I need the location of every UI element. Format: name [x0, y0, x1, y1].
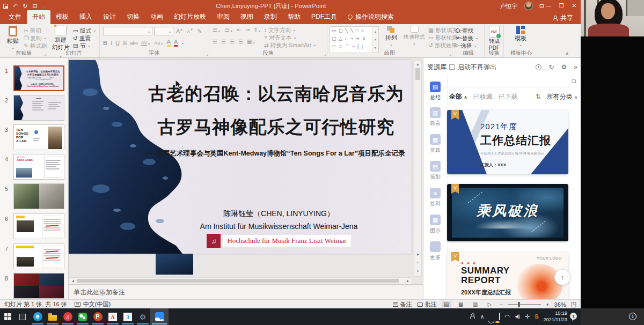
sogou-icon[interactable]: S	[535, 308, 538, 325]
justify-button[interactable]: ☰	[238, 39, 243, 45]
underline-button[interactable]: U	[115, 40, 120, 46]
format-painter-button[interactable]: ✎格式刷	[24, 42, 47, 49]
slide-thumbnail-4[interactable]: 制作人介绍 Ariel Chan	[13, 154, 64, 180]
section-button[interactable]: ▤节⌄	[73, 42, 97, 49]
slide-thumbnail-5[interactable]	[13, 183, 64, 209]
slide-institute[interactable]: Am Institut für Musikwissenschaft Weimar…	[149, 222, 408, 231]
italic-button[interactable]: I	[111, 40, 112, 46]
line-spacing-button[interactable]: ⇕⌄	[253, 27, 261, 33]
char-spacing-button[interactable]: AV⌄	[141, 40, 151, 46]
template-card-3[interactable]: V YOUR LOGO ● ● ● SUMMARYREPORT 20XX年度总结…	[447, 252, 568, 299]
slide-title-line2[interactable]: 古罗马神像配乐之可行性研究	[144, 118, 408, 136]
tab-slideshow[interactable]: 幻灯片放映	[169, 10, 211, 24]
align-right-button[interactable]: ☰	[230, 39, 235, 45]
smartart-button[interactable]: ⇄转换为 SmartArt⌄	[264, 41, 316, 49]
category-education[interactable]: ▥教育	[423, 107, 447, 127]
slide-title-line1[interactable]: 古老的召唤：以云南哈尼音乐为	[144, 85, 408, 102]
customize-qat-icon[interactable]: ⌄	[42, 3, 47, 9]
tab-pdf-tools[interactable]: PDF工具	[306, 10, 342, 24]
clipboard-dialog-launcher[interactable]: ⌟	[44, 51, 46, 56]
slide-thumbnail-8[interactable]	[13, 273, 64, 299]
category-defense[interactable]: ≡答辩	[423, 188, 447, 208]
cut-button[interactable]: ✂剪切	[24, 27, 47, 34]
tab-help[interactable]: 帮助	[282, 10, 306, 24]
taskbar-settings[interactable]: ⚙	[135, 308, 150, 325]
vertical-scroll-thumb[interactable]	[415, 68, 420, 80]
people-tray-icon[interactable]	[470, 313, 475, 319]
decrease-indent-button[interactable]: ⇤	[237, 27, 241, 33]
horizontal-scroll-thumb[interactable]	[77, 279, 399, 283]
volume-icon[interactable]: ◀)	[515, 308, 520, 325]
tab-view[interactable]: 视图	[235, 10, 259, 24]
horizontal-scrollbar[interactable]: ◂ ▸	[69, 277, 412, 284]
font-name-select[interactable]: ⌄	[103, 27, 152, 35]
layout-button[interactable]: ▭版式⌄	[73, 27, 97, 34]
taskbar-meeting-active[interactable]	[150, 308, 169, 325]
bold-button[interactable]: B	[103, 40, 107, 46]
scroll-down-button[interactable]: ▾	[414, 251, 421, 258]
grow-font-button[interactable]: A▲	[175, 28, 184, 34]
scroll-left-button[interactable]: ◂	[69, 278, 77, 284]
find-button[interactable]: 查找	[456, 27, 479, 34]
zoom-in-button[interactable]: +	[546, 301, 549, 308]
tab-review[interactable]: 审阅	[211, 10, 235, 24]
arrange-button[interactable]: 排列 ⌄	[382, 26, 400, 47]
tell-me-search[interactable]: 操作说明搜索	[342, 10, 399, 24]
category-government[interactable]: ▦党政	[423, 134, 447, 154]
restore-button[interactable]: ❐	[555, 0, 568, 12]
zoom-handle[interactable]	[518, 302, 520, 307]
startup-checkbox[interactable]	[449, 64, 455, 70]
tab-template[interactable]: 模板	[50, 10, 74, 24]
template-card-1[interactable]: V 2021年度 工作总结汇报 可以用于工作的总结汇报/年终项目的演示 汇报人：…	[447, 110, 568, 174]
filter-all[interactable]: 全部 ∧	[449, 92, 467, 101]
slideshow-view-button[interactable]: ▷	[485, 301, 495, 307]
display-icon[interactable]	[499, 313, 500, 320]
taskbar-explorer[interactable]	[45, 308, 60, 325]
filter-favorited[interactable]: 已收藏	[473, 92, 493, 101]
taskbar-music[interactable]: ♫	[60, 308, 75, 325]
align-text-button[interactable]: ≡对齐文本⌄	[264, 34, 316, 41]
slide-author[interactable]: 陈琳钰莹（CHEN, LINYUYING）	[149, 209, 408, 219]
reading-view-button[interactable]: ▥	[471, 301, 480, 307]
redo-icon[interactable]: ↻	[23, 3, 27, 9]
increase-indent-button[interactable]: ⇥	[245, 27, 250, 33]
tab-file[interactable]: 文件	[3, 10, 27, 24]
next-slide-button[interactable]: »	[414, 268, 421, 275]
template-button[interactable]: 模板 ⌄	[513, 26, 529, 47]
zoom-level[interactable]: 36%	[554, 301, 566, 308]
notification-center[interactable]: 1	[572, 314, 573, 320]
drawing-dialog-launcher[interactable]: ⌟	[449, 51, 451, 56]
taskbar-wechat[interactable]	[75, 308, 90, 325]
select-button[interactable]: ▷选择⌄	[456, 42, 479, 49]
filter-categories[interactable]: 所有分类 ∧	[547, 92, 577, 101]
sort-icon[interactable]: ⇅	[536, 93, 541, 100]
paste-button[interactable]: 粘贴 ⌄	[4, 26, 21, 50]
slide-subtitle[interactable]: ——英国艺术理事会与英国Kent-Medway博物馆“Ten Songs For…	[138, 149, 409, 158]
category-diagram[interactable]: ▦图示	[423, 215, 447, 234]
vertical-scrollbar[interactable]: ▴ ▾ « »	[414, 60, 422, 277]
clock[interactable]: 15:19 2021/11/23	[544, 311, 567, 323]
shapes-gallery-scroll[interactable]: ▴▾▾	[372, 27, 378, 53]
close-button[interactable]: ✕	[568, 0, 581, 12]
account-icon[interactable]	[536, 64, 541, 70]
reset-button[interactable]: ↺重置	[73, 34, 97, 42]
slide-thumbnail-6[interactable]	[13, 213, 64, 239]
zoom-slider[interactable]	[508, 304, 541, 305]
back-to-top-button[interactable]: ↑	[554, 269, 570, 285]
start-button[interactable]	[0, 308, 15, 325]
template-search-input[interactable]	[449, 76, 576, 87]
clear-format-button[interactable]: ✎	[196, 28, 203, 35]
taskbar-wps[interactable]: A	[105, 308, 120, 325]
tab-home[interactable]: 开始	[27, 10, 50, 24]
undo-icon[interactable]: ↶	[13, 3, 18, 9]
save-icon[interactable]	[3, 4, 8, 9]
category-planning[interactable]: ▤策划	[423, 161, 447, 181]
font-size-select[interactable]: ⌄	[154, 27, 173, 35]
fit-to-window-button[interactable]: ◳	[571, 301, 576, 308]
avatar[interactable]	[524, 2, 533, 10]
template-card-2[interactable]: V 乘风破浪	[447, 184, 568, 241]
font-dialog-launcher[interactable]: ⌟	[206, 51, 208, 56]
show-hidden-icons[interactable]: ∧	[480, 308, 484, 325]
settings-gear-icon[interactable]: ⚙	[561, 63, 567, 71]
copy-button[interactable]: ❐复制⌄	[24, 34, 47, 42]
